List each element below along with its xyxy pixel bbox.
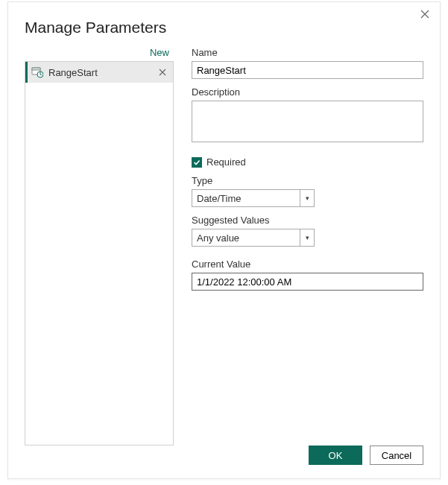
current-value-input[interactable] xyxy=(192,273,423,291)
parameter-item[interactable]: RangeStart xyxy=(25,62,173,83)
required-label: Required xyxy=(206,156,246,168)
close-icon[interactable] xyxy=(417,7,432,22)
required-checkbox[interactable] xyxy=(192,157,202,168)
suggested-values-select-value: Any value xyxy=(197,232,239,244)
current-value-label: Current Value xyxy=(192,259,423,270)
type-label: Type xyxy=(192,175,423,186)
left-panel: New RangeStart xyxy=(25,47,174,446)
dialog-footer: OK Cancel xyxy=(8,446,440,478)
name-input[interactable] xyxy=(192,61,423,79)
type-select[interactable]: Date/Time xyxy=(192,189,315,207)
parameter-list: RangeStart xyxy=(25,61,174,446)
cancel-button[interactable]: Cancel xyxy=(370,446,423,465)
delete-parameter-icon[interactable] xyxy=(157,69,168,76)
suggested-label: Suggested Values xyxy=(192,215,423,226)
parameter-item-label: RangeStart xyxy=(48,67,98,78)
dialog-body: New RangeStart xyxy=(8,37,440,446)
suggested-values-select[interactable]: Any value xyxy=(192,229,315,247)
new-parameter-link[interactable]: New xyxy=(25,47,174,58)
right-panel: Name Description Required Type Date/Time… xyxy=(174,47,423,446)
svg-rect-1 xyxy=(32,68,40,70)
manage-parameters-dialog: Manage Parameters New RangeStart xyxy=(7,1,441,479)
ok-button[interactable]: OK xyxy=(309,446,362,465)
required-row: Required xyxy=(192,156,423,168)
parameter-icon xyxy=(31,66,44,79)
dialog-title: Manage Parameters xyxy=(8,2,440,37)
name-label: Name xyxy=(192,47,423,58)
type-select-value: Date/Time xyxy=(197,193,241,204)
description-input[interactable] xyxy=(192,101,423,142)
description-label: Description xyxy=(192,86,423,98)
